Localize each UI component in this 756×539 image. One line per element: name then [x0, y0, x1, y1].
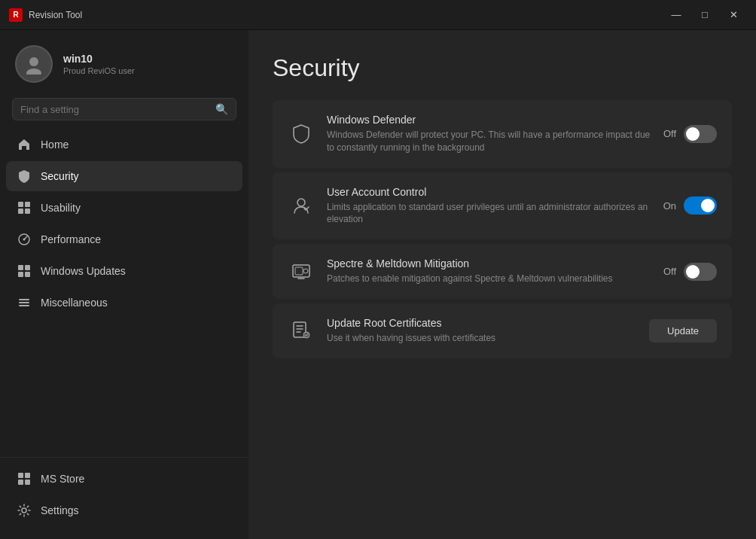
search-bar[interactable]: 🔍 [12, 98, 236, 120]
uac-name: User Account Control [327, 186, 651, 198]
sidebar: win10 Proud ReviOS user 🔍 Home [0, 30, 248, 539]
svg-rect-4 [18, 209, 23, 214]
uac-desc: Limits application to standard user priv… [327, 201, 651, 227]
svg-point-23 [303, 269, 308, 273]
sidebar-item-home-label: Home [41, 139, 69, 151]
svg-rect-16 [25, 473, 30, 478]
maximize-button[interactable]: □ [691, 3, 718, 27]
app-body: win10 Proud ReviOS user 🔍 Home [0, 30, 756, 539]
app-title: Revision Tool [29, 10, 82, 20]
spectre-toggle[interactable] [684, 263, 717, 281]
svg-point-19 [22, 508, 26, 513]
windows-defender-state: Off [663, 128, 676, 139]
svg-point-7 [23, 239, 26, 241]
titlebar-left: R Revision Tool [9, 8, 82, 22]
main-content: Security Windows Defender Windows Defend… [248, 30, 756, 539]
sidebar-item-usability[interactable]: Usability [6, 193, 242, 223]
windows-defender-control: Off [663, 125, 717, 143]
app-logo: R [9, 8, 23, 22]
uac-text: User Account Control Limits application … [327, 186, 651, 227]
uac-state: On [663, 200, 676, 212]
home-icon [17, 137, 32, 152]
svg-point-0 [29, 57, 38, 66]
miscellaneous-icon [17, 295, 32, 310]
close-button[interactable]: ✕ [720, 3, 747, 27]
svg-rect-5 [25, 209, 30, 214]
window-controls: — □ ✕ [663, 3, 747, 27]
sidebar-item-ms-store[interactable]: MS Store [6, 464, 242, 494]
sidebar-item-security[interactable]: Security [6, 161, 242, 191]
sidebar-item-security-label: Security [41, 170, 79, 182]
update-button[interactable]: Update [649, 319, 717, 343]
page-title: Security [273, 54, 732, 82]
uac-icon [288, 192, 315, 219]
svg-rect-8 [18, 265, 23, 270]
windows-defender-name: Windows Defender [327, 114, 651, 126]
sidebar-item-home[interactable]: Home [6, 129, 242, 160]
windows-defender-text: Windows Defender Windows Defender will p… [327, 114, 651, 154]
spectre-state: Off [663, 266, 676, 277]
svg-rect-2 [18, 202, 23, 207]
user-section: win10 Proud ReviOS user [0, 30, 248, 95]
svg-rect-10 [18, 272, 23, 277]
sidebar-item-ms-store-label: MS Store [41, 473, 84, 485]
spectre-icon [288, 258, 315, 285]
uac-toggle[interactable] [684, 196, 717, 215]
svg-rect-13 [19, 302, 29, 303]
search-icon: 🔍 [215, 103, 228, 115]
spectre-name: Spectre & Meltdown Mitigation [327, 257, 651, 270]
sidebar-item-settings-label: Settings [41, 504, 79, 516]
svg-point-1 [26, 69, 41, 75]
avatar [15, 45, 53, 83]
security-icon [17, 169, 32, 184]
sidebar-item-settings[interactable]: Settings [6, 495, 242, 525]
sidebar-item-performance-label: Performance [41, 233, 101, 245]
svg-rect-15 [18, 473, 23, 478]
sidebar-item-usability-label: Usability [41, 202, 81, 214]
windows-defender-desc: Windows Defender will protect your PC. T… [327, 129, 651, 154]
windows-defender-icon [288, 120, 315, 148]
user-subtitle: Proud ReviOS user [63, 66, 135, 75]
minimize-button[interactable]: — [663, 3, 690, 27]
windows-defender-card: Windows Defender Windows Defender will p… [273, 100, 732, 168]
spectre-card: Spectre & Meltdown Mitigation Patches to… [273, 244, 732, 299]
sidebar-item-miscellaneous-label: Miscellaneous [41, 297, 108, 309]
sidebar-item-windows-updates[interactable]: Windows Updates [6, 256, 242, 286]
certs-icon [288, 317, 315, 344]
windows-updates-icon [17, 263, 32, 279]
certs-name: Update Root Certificates [327, 317, 637, 329]
spectre-control: Off [663, 263, 717, 281]
svg-point-20 [297, 199, 305, 206]
sidebar-item-windows-updates-label: Windows Updates [41, 265, 126, 277]
svg-rect-9 [25, 265, 30, 270]
svg-rect-17 [18, 480, 23, 485]
search-input[interactable] [20, 104, 215, 115]
usability-icon [17, 200, 32, 215]
username: win10 [63, 53, 135, 65]
performance-icon [17, 232, 32, 247]
certs-card: Update Root Certificates Use it when hav… [273, 303, 732, 358]
titlebar: R Revision Tool — □ ✕ [0, 0, 756, 30]
svg-rect-14 [19, 305, 29, 306]
nav-section: Home Security [0, 129, 248, 451]
svg-rect-3 [25, 202, 30, 207]
svg-rect-18 [25, 480, 30, 485]
svg-rect-22 [295, 267, 303, 275]
settings-icon [17, 503, 32, 518]
sidebar-item-miscellaneous[interactable]: Miscellaneous [6, 288, 242, 318]
windows-defender-toggle[interactable] [684, 125, 717, 143]
certs-desc: Use it when having issues with certifica… [327, 332, 637, 345]
spectre-text: Spectre & Meltdown Mitigation Patches to… [327, 257, 651, 285]
sidebar-item-performance[interactable]: Performance [6, 224, 242, 254]
spectre-desc: Patches to enable mitigation against Spe… [327, 273, 651, 285]
certs-control: Update [649, 319, 717, 343]
ms-store-icon [17, 471, 32, 486]
uac-control: On [663, 196, 717, 215]
user-info: win10 Proud ReviOS user [63, 53, 135, 75]
svg-rect-11 [25, 272, 30, 277]
uac-card: User Account Control Limits application … [273, 172, 732, 240]
certs-text: Update Root Certificates Use it when hav… [327, 317, 637, 345]
svg-rect-12 [19, 299, 29, 300]
sidebar-bottom: MS Store Settings [0, 457, 248, 527]
